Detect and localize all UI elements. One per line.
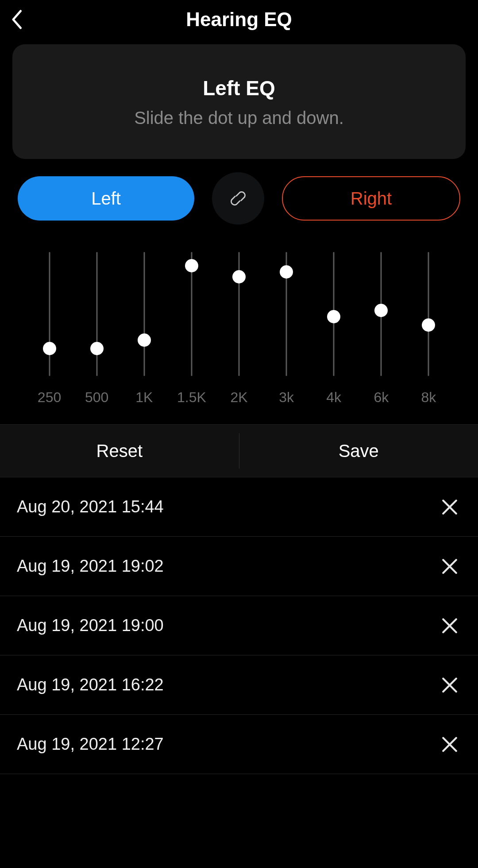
delete-button[interactable] [438,614,461,637]
eq-label: 8k [405,389,452,406]
close-icon [440,676,459,694]
eq-thumb-2k[interactable] [232,270,246,283]
eq-label: 6k [358,389,405,406]
app-header: Hearing EQ [0,0,478,39]
eq-thumb-3k[interactable] [280,265,293,279]
list-item[interactable]: Aug 19, 2021 16:22 [0,655,478,715]
eq-thumb-8k[interactable] [422,318,435,332]
page-title: Hearing EQ [186,8,292,31]
tab-right-label: Right [351,189,392,209]
list-item-label: Aug 19, 2021 19:00 [17,616,164,635]
eq-thumb-4k[interactable] [327,310,340,323]
eq-label: 250 [26,389,73,406]
chevron-left-icon [9,9,24,30]
eq-label: 3k [263,389,310,406]
eq-sliders [18,252,460,376]
preset-history-list: Aug 20, 2021 15:44 Aug 19, 2021 19:02 Au… [0,477,478,774]
delete-button[interactable] [438,496,461,519]
list-item[interactable]: Aug 19, 2021 19:02 [0,537,478,596]
reset-button[interactable]: Reset [0,425,239,477]
tab-left[interactable]: Left [18,176,194,221]
eq-thumb-250[interactable] [43,342,56,355]
eq-label: 1.5K [168,389,215,406]
eq-track [96,252,97,376]
save-button-label: Save [339,441,379,461]
action-row: Reset Save [0,424,478,477]
eq-banner: Left EQ Slide the dot up and down. [12,44,466,159]
link-channels-button[interactable] [212,172,264,225]
delete-button[interactable] [438,733,461,756]
close-icon [440,735,459,754]
channel-tabs: Left Right [18,172,460,225]
close-icon [440,616,459,635]
list-item-label: Aug 19, 2021 12:27 [17,735,164,754]
eq-label: 1K [120,389,168,406]
eq-thumb-6k[interactable] [374,304,388,317]
eq-label: 2K [215,389,262,406]
list-item-label: Aug 19, 2021 16:22 [17,675,164,694]
list-item-label: Aug 19, 2021 19:02 [17,557,164,576]
delete-button[interactable] [438,555,461,578]
tab-left-label: Left [91,189,121,209]
reset-button-label: Reset [96,441,143,461]
close-icon [440,557,459,576]
link-icon [228,188,248,209]
eq-track [49,252,50,376]
list-item-label: Aug 20, 2021 15:44 [17,497,164,516]
back-button[interactable] [9,0,44,39]
eq-banner-title: Left EQ [26,76,452,100]
eq-label: 4k [310,389,358,406]
eq-thumb-1k[interactable] [138,333,151,347]
list-item[interactable]: Aug 20, 2021 15:44 [0,477,478,537]
close-icon [440,498,459,516]
eq-track [428,252,429,376]
eq-panel: 250 500 1K 1.5K 2K 3k 4k 6k 8k [0,252,478,406]
eq-label: 500 [73,389,120,406]
list-item[interactable]: Aug 19, 2021 12:27 [0,715,478,774]
eq-thumb-500[interactable] [90,342,104,355]
save-button[interactable]: Save [239,425,478,477]
delete-button[interactable] [438,674,461,697]
tab-right[interactable]: Right [282,176,460,221]
eq-band-labels: 250 500 1K 1.5K 2K 3k 4k 6k 8k [18,389,460,406]
eq-track [143,252,145,376]
eq-banner-subtitle: Slide the dot up and down. [26,108,452,128]
list-item[interactable]: Aug 19, 2021 19:00 [0,596,478,655]
eq-thumb-1-5k[interactable] [185,259,198,272]
